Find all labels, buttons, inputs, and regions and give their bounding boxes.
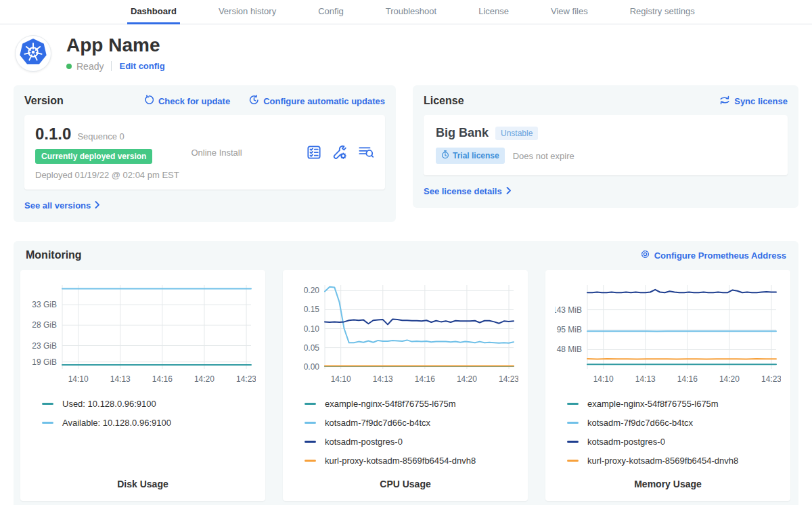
configure-automatic-updates-link[interactable]: Configure automatic updates — [249, 95, 385, 107]
legend-swatch — [42, 422, 53, 424]
svg-text:19 GiB: 19 GiB — [32, 357, 57, 367]
see-license-details-link[interactable]: See license details — [424, 186, 512, 196]
svg-text:14:20: 14:20 — [457, 374, 477, 384]
svg-text:48 MiB: 48 MiB — [557, 345, 582, 354]
install-type: Online Install — [191, 148, 307, 158]
edit-config-link[interactable]: Edit config — [119, 61, 164, 71]
svg-text:33 GiB: 33 GiB — [32, 300, 57, 309]
svg-text:0.00: 0.00 — [304, 362, 320, 372]
status-text: Ready — [76, 61, 104, 72]
disk-usage-chart-card: 14:1014:1314:1614:2014:2319 GiB23 GiB28 … — [20, 270, 265, 501]
check-for-update-label: Check for update — [158, 96, 230, 106]
svg-text:14:13: 14:13 — [635, 374, 656, 384]
edit-config-gear-icon[interactable] — [332, 145, 347, 160]
legend-swatch — [304, 422, 316, 424]
top-nav: Dashboard Version history Config Trouble… — [0, 0, 812, 24]
svg-text:14:16: 14:16 — [415, 374, 435, 384]
memory-usage-legend: example-nginx-54f8f76755-l675m kotsadm-7… — [567, 399, 781, 466]
svg-text:14:13: 14:13 — [373, 374, 393, 384]
see-all-versions-link[interactable]: See all versions — [24, 200, 100, 211]
svg-text:0.15: 0.15 — [304, 305, 320, 314]
currently-deployed-badge: Currently deployed version — [35, 149, 152, 164]
svg-text:14:20: 14:20 — [194, 374, 215, 384]
legend-item: kotsadm-postgres-0 — [304, 437, 518, 447]
svg-text:0.10: 0.10 — [304, 324, 320, 334]
legend-swatch — [304, 403, 316, 405]
legend-item: kotsadm-7f9dc7d66c-b4tcx — [567, 418, 781, 428]
legend-swatch — [567, 403, 579, 405]
svg-text:14:23: 14:23 — [236, 374, 256, 384]
chevron-right-icon — [95, 200, 100, 211]
legend-item: kotsadm-postgres-0 — [567, 437, 781, 447]
divider — [111, 61, 112, 71]
cpu-usage-chart-card: 14:1014:1314:1614:2014:230.000.050.100.1… — [283, 270, 528, 501]
sync-icon — [719, 95, 730, 107]
legend-swatch — [567, 441, 579, 443]
legend-label: example-nginx-54f8f76755-l675m — [325, 399, 456, 409]
legend-item: kurl-proxy-kotsadm-8569fb6454-dnvh8 — [304, 456, 518, 466]
version-number: 0.1.0 — [35, 125, 71, 144]
legend-item: Used: 10.128.0.96:9100 — [42, 399, 256, 409]
tab-troubleshoot[interactable]: Troubleshoot — [382, 0, 440, 24]
tab-dashboard[interactable]: Dashboard — [127, 0, 180, 24]
see-license-details-label: See license details — [424, 186, 502, 196]
svg-text:14:16: 14:16 — [677, 374, 698, 384]
legend-label: example-nginx-54f8f76755-l675m — [587, 399, 719, 409]
see-all-versions-label: See all versions — [24, 200, 91, 211]
stopwatch-icon — [441, 150, 449, 161]
preflight-checks-icon[interactable] — [307, 145, 321, 160]
monitoring-title: Monitoring — [26, 249, 82, 261]
check-for-update-link[interactable]: Check for update — [144, 95, 230, 107]
svg-text:14:23: 14:23 — [761, 374, 781, 384]
legend-label: kotsadm-7f9dc7d66c-b4tcx — [587, 418, 693, 428]
app-logo — [15, 35, 51, 72]
cpu-usage-legend: example-nginx-54f8f76755-l675m kotsadm-7… — [304, 399, 518, 466]
summary-cards-row: Version Check for update — [0, 85, 812, 222]
version-card-title: Version — [24, 95, 64, 107]
svg-text:14:16: 14:16 — [152, 374, 173, 384]
tab-version-history[interactable]: Version history — [215, 0, 279, 24]
configure-prometheus-link[interactable]: Configure Prometheus Address — [640, 249, 786, 261]
memory-usage-chart: 14:1014:1314:1614:2014:2348 MiB95 MiB143… — [555, 278, 781, 392]
legend-item: example-nginx-54f8f76755-l675m — [304, 399, 518, 409]
svg-text:0.20: 0.20 — [304, 286, 320, 295]
tab-registry-settings[interactable]: Registry settings — [627, 0, 698, 24]
disk-usage-chart: 14:1014:1314:1614:2014:2319 GiB23 GiB28 … — [30, 278, 256, 392]
version-card: Version Check for update — [14, 85, 396, 222]
svg-text:0.05: 0.05 — [304, 343, 320, 353]
tab-license[interactable]: License — [475, 0, 512, 24]
sync-license-link[interactable]: Sync license — [719, 95, 788, 107]
legend-swatch — [42, 403, 53, 405]
legend-label: kurl-proxy-kotsadm-8569fb6454-dnvh8 — [587, 456, 738, 466]
refresh-icon — [144, 95, 154, 107]
memory-usage-chart-card: 14:1014:1314:1614:2014:2348 MiB95 MiB143… — [545, 270, 790, 501]
schedule-update-icon — [249, 95, 259, 107]
legend-label: kotsadm-postgres-0 — [325, 437, 403, 447]
sync-license-label: Sync license — [734, 96, 788, 106]
tab-config[interactable]: Config — [315, 0, 347, 24]
svg-text:28 GiB: 28 GiB — [32, 320, 57, 330]
legend-item: kurl-proxy-kotsadm-8569fb6454-dnvh8 — [567, 456, 781, 466]
legend-swatch — [304, 460, 316, 462]
tab-view-files[interactable]: View files — [547, 0, 591, 24]
cpu-usage-chart: 14:1014:1314:1614:2014:230.000.050.100.1… — [292, 278, 518, 392]
trial-license-label: Trial license — [453, 151, 499, 160]
legend-item: example-nginx-54f8f76755-l675m — [567, 399, 781, 409]
trial-license-badge: Trial license — [436, 148, 505, 164]
app-header: App Name Ready Edit config — [0, 24, 812, 79]
license-details-panel: Big Bank Unstable Trial license Does not… — [424, 115, 788, 175]
disk-usage-legend: Used: 10.128.0.96:9100 Available: 10.128… — [42, 399, 256, 428]
version-sequence: Sequence 0 — [77, 131, 124, 141]
svg-text:23 GiB: 23 GiB — [32, 341, 57, 351]
legend-label: kotsadm-postgres-0 — [587, 437, 665, 447]
svg-text:14:20: 14:20 — [719, 374, 740, 384]
configure-prometheus-label: Configure Prometheus Address — [654, 250, 786, 261]
kubernetes-icon — [18, 37, 49, 70]
svg-text:95 MiB: 95 MiB — [557, 325, 582, 334]
svg-text:143 MiB: 143 MiB — [555, 305, 582, 315]
cpu-usage-chart-title: CPU Usage — [292, 479, 518, 501]
legend-label: kurl-proxy-kotsadm-8569fb6454-dnvh8 — [325, 456, 476, 466]
svg-text:14:10: 14:10 — [331, 374, 351, 384]
legend-swatch — [567, 422, 579, 424]
view-logs-icon[interactable] — [358, 145, 374, 160]
